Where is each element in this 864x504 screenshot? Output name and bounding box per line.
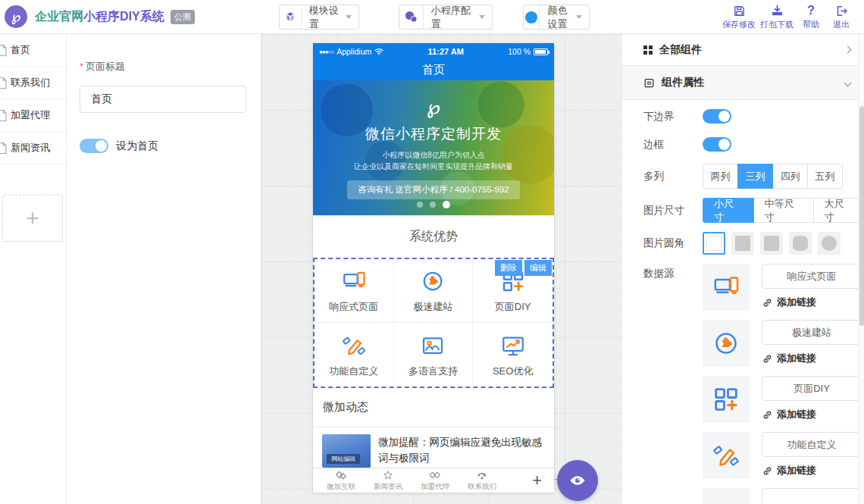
columns-option-3[interactable]: 三列 <box>737 164 773 189</box>
inspector-panel: 全部组件 组件属性 下边界 边框 多列 两列 三列 四列 五列 图片尺寸 <box>621 34 864 504</box>
phone-tab-bar: 微加互联 新闻资讯 加盟代理 联系我们 + <box>313 468 554 493</box>
tab-contact[interactable]: 联系我们 <box>459 470 506 492</box>
feature-cell-seo[interactable]: SEO优化 <box>473 323 553 387</box>
multilanguage-icon <box>419 332 446 359</box>
bottom-border-label: 下边界 <box>643 110 703 124</box>
tab-weijia[interactable]: 微加互联 <box>318 470 365 492</box>
add-link-button[interactable]: 添加链接 <box>762 352 862 365</box>
miniprogram-config-button[interactable]: 小程序配置 <box>399 5 493 30</box>
sidebar-item-news[interactable]: 新闻资讯 <box>0 132 66 164</box>
image-size-option-medium[interactable]: 中等尺寸 <box>753 198 814 223</box>
page-settings-panel: *页面标题 设为首页 <box>67 34 261 504</box>
save-button[interactable]: 保存修改 <box>720 2 758 30</box>
add-link-label: 添加链接 <box>777 408 816 421</box>
chevron-down-icon <box>844 79 852 86</box>
download-button[interactable]: 打包下载 <box>758 2 796 30</box>
hero-subtitle-line1: 小程序以微信8亿用户为切入点 <box>313 149 554 161</box>
sidebar-item-home[interactable]: 首页 <box>0 34 66 67</box>
radius-option-circle[interactable] <box>818 232 841 255</box>
feature-label: 页面DIY <box>495 300 531 314</box>
sidebar-item-label: 新闻资讯 <box>11 141 50 155</box>
news-thumbnail-caption: 网站编辑 <box>327 454 360 464</box>
image-size-option-small[interactable]: 小尺寸 <box>703 198 754 223</box>
header-menus: 模块设置 小程序配置 颜色设置 <box>279 5 590 30</box>
page-title-input[interactable] <box>80 86 246 113</box>
wifi-icon <box>374 48 383 55</box>
columns-option-4[interactable]: 四列 <box>772 164 808 189</box>
feature-label: 响应式页面 <box>329 300 378 314</box>
datasource-title-input[interactable] <box>762 488 862 504</box>
component-props-row[interactable]: 组件属性 <box>622 66 864 100</box>
tags-icon <box>429 470 441 481</box>
edit-component-button[interactable]: 编辑 <box>524 260 552 276</box>
bottom-border-toggle[interactable] <box>703 109 731 124</box>
panel-scrollbar[interactable] <box>858 34 864 504</box>
border-toggle[interactable] <box>703 137 731 152</box>
sidebar-item-label: 联系我们 <box>11 76 50 89</box>
radius-option-large[interactable] <box>789 232 812 255</box>
module-settings-button[interactable]: 模块设置 <box>279 5 359 30</box>
columns-option-5[interactable]: 五列 <box>807 164 843 189</box>
datasource-item-custom: 添加链接 <box>703 432 862 479</box>
radius-option-none[interactable] <box>703 232 725 255</box>
datasource-title-input[interactable] <box>762 264 862 289</box>
wechat-icon <box>399 5 424 29</box>
help-icon: ? <box>807 2 815 17</box>
radius-option-square[interactable] <box>731 232 754 255</box>
columns-option-2[interactable]: 两列 <box>703 164 738 189</box>
feature-cell-custom[interactable]: 功能自定义 <box>315 323 394 387</box>
datasource-title-input[interactable] <box>762 432 862 457</box>
tab-label: 加盟代理 <box>421 482 449 492</box>
phone-icon <box>476 470 488 481</box>
add-page-button[interactable]: + <box>2 195 63 242</box>
hero-banner[interactable]: ℘ 微信小程序定制开发 小程序以微信8亿用户为切入点 让企业以及商家在短时间里实… <box>313 80 554 215</box>
tab-news[interactable]: 新闻资讯 <box>365 470 412 492</box>
feature-label: 多语言支持 <box>409 365 458 378</box>
image-size-option-large[interactable]: 大尺寸 <box>813 198 864 223</box>
hero-subtitle-line2: 让企业以及商家在短时间里实现提升品牌和销量 <box>313 161 554 172</box>
preview-eye-button[interactable] <box>557 460 598 501</box>
hero-cta-pill: 咨询有礼 送官网小程序 / 400-0755-992 <box>347 180 519 199</box>
tab-agency[interactable]: 加盟代理 <box>412 470 459 492</box>
delete-component-button[interactable]: 删除 <box>495 260 522 276</box>
save-label: 保存修改 <box>722 19 756 30</box>
add-link-button[interactable]: 添加链接 <box>762 464 862 477</box>
help-button[interactable]: ? 帮助 <box>796 2 826 30</box>
tab-label: 新闻资讯 <box>374 482 402 492</box>
image-radius-options <box>703 232 841 255</box>
add-link-label: 添加链接 <box>777 296 816 309</box>
save-icon <box>733 2 746 17</box>
tab-add-button[interactable]: + <box>532 471 542 490</box>
radius-option-small[interactable] <box>760 232 783 255</box>
sidebar-item-agency[interactable]: 加盟代理 <box>0 99 66 132</box>
set-home-label: 设为首页 <box>116 139 158 153</box>
tab-label: 微加互联 <box>327 482 355 492</box>
add-link-button[interactable]: 添加链接 <box>762 296 862 309</box>
datasource-title-input[interactable] <box>762 320 862 345</box>
feature-cell-multilang[interactable]: 多语言支持 <box>394 323 474 387</box>
carousel-dots[interactable] <box>313 202 554 208</box>
scrollbar-thumb[interactable] <box>859 106 864 326</box>
chevron-down-icon <box>346 15 352 19</box>
datasource-title-input[interactable] <box>762 376 862 401</box>
add-link-button[interactable]: 添加链接 <box>762 408 862 421</box>
sidebar-item-contact[interactable]: 联系我们 <box>0 67 66 99</box>
phone-nav-bar: 首页 <box>313 60 554 80</box>
color-settings-button[interactable]: 颜色设置 <box>523 5 590 30</box>
all-components-label: 全部组件 <box>659 43 702 57</box>
feature-cell-speed[interactable]: 极速建站 <box>394 259 474 323</box>
feature-cell-responsive[interactable]: 响应式页面 <box>315 259 394 323</box>
chevron-right-icon <box>844 46 852 54</box>
app-brand: ℘ 企业官网小程序DIY系统 公测 <box>5 5 195 28</box>
features-component-selected[interactable]: 删除 编辑 响应式页面 极速建站 页面DIY 功能自定义 <box>313 258 554 388</box>
add-link-label: 添加链接 <box>777 464 816 477</box>
exit-button[interactable]: 退出 <box>826 2 856 30</box>
news-item[interactable]: 网站编辑 微加提醒：网页编辑应避免出现敏感词与极限词 <box>313 427 554 468</box>
news-title: 微加提醒：网页编辑应避免出现敏感词与极限词 <box>378 434 545 468</box>
add-link-label: 添加链接 <box>777 352 816 365</box>
feature-label: 极速建站 <box>413 300 452 314</box>
set-home-toggle[interactable] <box>80 139 108 153</box>
all-components-row[interactable]: 全部组件 <box>622 34 864 66</box>
page-icon <box>0 44 8 57</box>
signal-dots-icon: ●●●○○ <box>319 49 333 55</box>
